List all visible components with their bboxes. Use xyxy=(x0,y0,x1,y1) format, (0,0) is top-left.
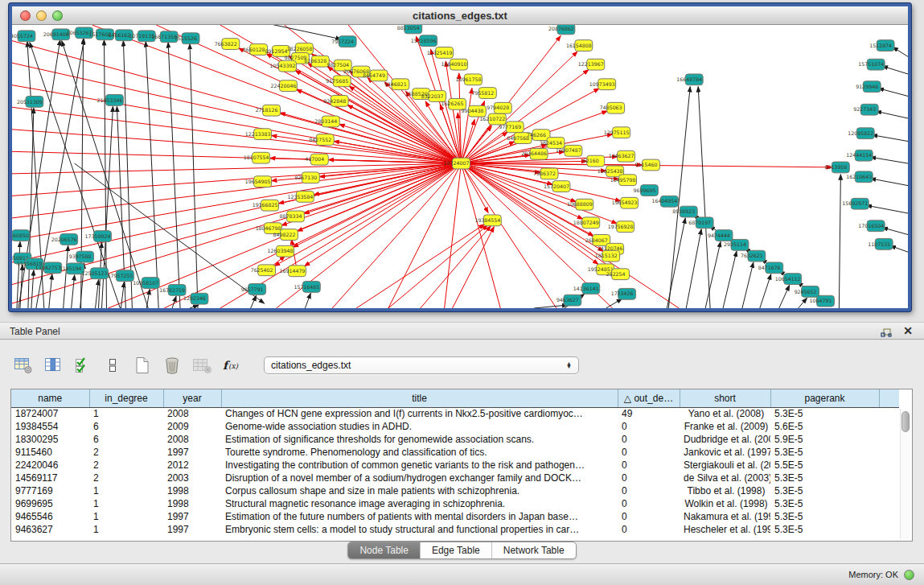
graph-node[interactable]: 1292346 xyxy=(183,293,208,304)
table-row[interactable]: 969969511998Structural magnetic resonanc… xyxy=(11,497,899,510)
selection-mode-button[interactable] xyxy=(72,356,93,375)
table-row[interactable]: 1938455462009Genome-wide association stu… xyxy=(11,420,899,433)
column-header[interactable]: in_degree xyxy=(89,389,163,407)
table-cell[interactable]: 1997 xyxy=(163,510,221,523)
graph-node[interactable]: 19384554 xyxy=(474,215,501,226)
graph-node[interactable]: 14136141 xyxy=(573,283,600,295)
close-panel-icon[interactable]: ✕ xyxy=(903,324,913,337)
graph-node[interactable]: 19756928 xyxy=(608,221,634,233)
graph-node[interactable]: 12213967 xyxy=(578,59,605,70)
table-cell[interactable]: 2009 xyxy=(163,420,221,433)
table-cell[interactable]: 1997 xyxy=(163,446,221,459)
tab-node-table[interactable]: Node Table xyxy=(348,542,420,558)
table-cell[interactable]: 9699695 xyxy=(11,497,89,510)
graph-node[interactable]: 8213958 xyxy=(824,162,849,173)
graph-node[interactable]: 417004 xyxy=(305,154,328,165)
table-cell[interactable]: 5.3E-5 xyxy=(770,510,879,523)
graph-node[interactable]: 17359924 xyxy=(85,231,112,242)
column-header[interactable]: year xyxy=(163,389,221,407)
table-cell[interactable]: 9463627 xyxy=(11,523,89,536)
graph-node[interactable]: 15692971 xyxy=(842,198,869,209)
graph-node[interactable]: 16154808 xyxy=(566,40,593,51)
table-cell[interactable]: Estimation of the future numbers of pati… xyxy=(221,510,618,523)
table-cell[interactable]: Jankovic et al. (1997) xyxy=(680,446,770,459)
graph-node[interactable]: 6879197 xyxy=(688,217,713,229)
graph-node[interactable]: 1512874 xyxy=(869,40,894,51)
table-cell[interactable]: 22420046 xyxy=(11,459,89,472)
graph-node[interactable]: 20206576 xyxy=(51,234,78,245)
graph-node[interactable]: 7515526 xyxy=(175,33,199,44)
table-cell[interactable]: 5.3E-5 xyxy=(770,472,879,484)
graph-node[interactable]: 7955812 xyxy=(471,88,496,99)
graph-node[interactable]: 20364486 xyxy=(521,148,548,159)
table-row[interactable]: 946554611997Estimation of the future num… xyxy=(11,510,899,523)
table-cell[interactable]: Stergiakouli et al. (2012) xyxy=(680,459,770,472)
function-builder-button[interactable]: f (x) xyxy=(221,356,242,375)
table-scrollbar[interactable] xyxy=(900,409,910,539)
graph-node[interactable]: 16914479 xyxy=(280,266,306,277)
table-row[interactable]: 2242004622012Investigating the contribut… xyxy=(11,459,899,472)
graph-node[interactable]: 12603948 xyxy=(268,245,294,257)
graph-node[interactable]: 12505123 xyxy=(82,268,109,279)
graph-node[interactable]: 15720407 xyxy=(544,181,570,192)
row-height-button[interactable] xyxy=(102,356,123,375)
graph-node[interactable]: 8938923 xyxy=(672,206,697,217)
table-cell[interactable]: Estimation of significance thresholds fo… xyxy=(221,433,618,446)
column-header[interactable]: △ out_de… xyxy=(618,389,680,407)
graph-node[interactable]: 22420046 xyxy=(271,80,298,92)
table-cell[interactable]: 49 xyxy=(618,407,680,420)
table-row[interactable]: 1830029562008Estimation of significance … xyxy=(11,433,899,446)
table-cell[interactable]: 0 xyxy=(618,446,680,459)
table-cell[interactable]: 9777169 xyxy=(11,484,89,497)
table-cell[interactable]: 2 xyxy=(89,446,163,459)
table-cell[interactable]: 1998 xyxy=(163,497,221,510)
float-panel-icon[interactable] xyxy=(881,327,892,336)
graph-node[interactable]: 10958107 xyxy=(133,278,159,289)
memory-status-indicator[interactable] xyxy=(904,570,914,580)
table-cell[interactable]: de Silva et al. (2003) xyxy=(680,472,770,484)
table-cell[interactable]: 0 xyxy=(618,510,680,523)
graph-node[interactable]: 9699695 xyxy=(634,185,659,196)
graph-node[interactable]: 16404954 xyxy=(651,196,678,207)
table-cell[interactable]: Yano et al. (2008) xyxy=(680,407,770,420)
graph-node[interactable]: 17957255 xyxy=(107,270,133,282)
graph-node[interactable]: 20876862 xyxy=(548,25,575,35)
table-cell[interactable]: 2008 xyxy=(163,433,221,446)
table-cell[interactable]: 0 xyxy=(618,459,680,472)
graph-node[interactable]: 16648784 xyxy=(676,74,703,85)
graph-node[interactable]: 1107533 xyxy=(868,238,893,249)
table-cell[interactable]: 0 xyxy=(618,484,680,497)
graph-node[interactable]: 12325419 xyxy=(427,47,454,59)
graph-node[interactable]: 9115460 xyxy=(635,159,660,171)
table-cell[interactable]: 9115460 xyxy=(11,446,89,459)
graph-node[interactable]: 14463627 xyxy=(609,150,635,162)
table-select-combobox[interactable]: citations_edges.txt ▲▼ xyxy=(264,356,579,374)
graph-node[interactable]: 2803144 xyxy=(314,116,339,127)
tab-edge-table[interactable]: Edge Table xyxy=(420,542,491,558)
column-header[interactable]: pagerank xyxy=(770,389,879,407)
table-cell[interactable]: Hescheler et al. (1997) xyxy=(680,523,770,536)
graph-node[interactable]: 8878334 xyxy=(280,211,305,222)
graph-node[interactable]: 16210643 xyxy=(846,171,873,183)
graph-node[interactable]: 1145194 xyxy=(60,263,84,274)
table-cell[interactable]: 0 xyxy=(618,420,680,433)
table-cell[interactable]: 5.3E-5 xyxy=(770,484,879,497)
table-cell[interactable]: 2008 xyxy=(163,407,221,420)
table-cell[interactable]: Disruption of a novel member of a sodium… xyxy=(221,472,618,484)
graph-node[interactable]: 8813054 xyxy=(397,25,422,34)
graph-node[interactable]: 9227343 xyxy=(853,104,878,115)
table-cell[interactable]: 1 xyxy=(89,510,163,523)
graph-node[interactable]: 10688809 xyxy=(567,199,593,210)
network-window[interactable]: citations_edges.txt 40557242069140610653… xyxy=(9,3,911,311)
graph-node[interactable]: 19654923 xyxy=(612,197,639,208)
table-cell[interactable]: Genome-wide association studies in ADHD. xyxy=(221,420,618,433)
table-cell[interactable]: 0 xyxy=(618,497,680,510)
graph-node[interactable]: 8660128 xyxy=(243,44,268,56)
delete-column-button[interactable] xyxy=(162,356,183,375)
graph-node[interactable]: 9245652 xyxy=(795,286,819,297)
table-cell[interactable]: 6 xyxy=(89,420,163,433)
graph-node[interactable]: 21953346 xyxy=(97,95,124,106)
graph-node[interactable]: 8267130 xyxy=(294,172,319,183)
table-cell[interactable]: Embryonic stem cells: a model to study s… xyxy=(221,523,618,536)
graph-node[interactable]: 20531309 xyxy=(17,96,43,107)
